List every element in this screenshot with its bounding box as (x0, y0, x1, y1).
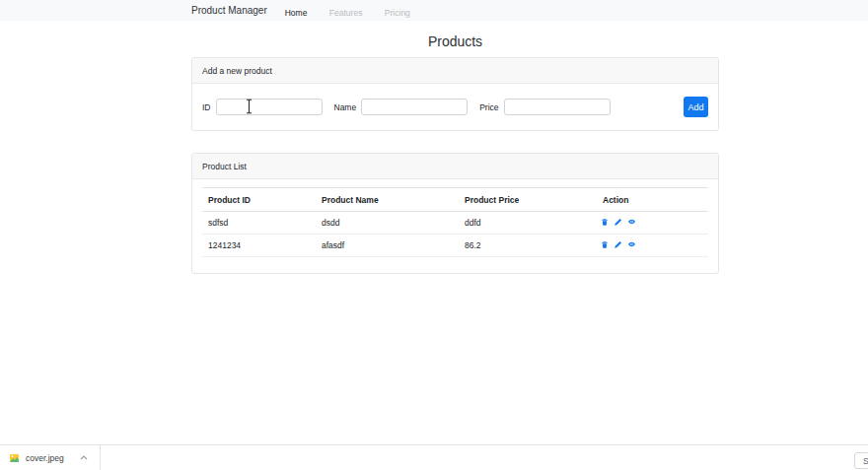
name-input[interactable] (361, 99, 468, 115)
pencil-icon[interactable] (614, 218, 622, 227)
add-button[interactable]: Add (684, 97, 708, 117)
main-content: Products Add a new product ID Name Price… (191, 21, 719, 274)
product-table-wrap: Product ID Product Name Product Price Ac… (192, 179, 718, 273)
download-item[interactable]: cover.jpeg (0, 445, 100, 470)
row-action-group (601, 240, 636, 249)
product-list-card-header: Product List (192, 154, 718, 179)
navbar-brand-label: Product Manager (191, 5, 267, 16)
cell-actions (597, 212, 708, 235)
name-label: Name (334, 102, 357, 112)
column-header-product-name: Product Name (316, 188, 459, 212)
product-list-card: Product List Product ID Product Name Pro… (191, 153, 719, 274)
cell-product-name: dsdd (316, 212, 459, 235)
cell-product-id: 1241234 (202, 235, 316, 257)
cell-product-id: sdfsd (202, 212, 316, 235)
add-product-form: ID Name Price Add (192, 84, 718, 130)
price-input[interactable] (504, 99, 611, 115)
nav-link-home[interactable]: Home (276, 8, 317, 18)
price-label: Price (479, 102, 498, 112)
nav-link-pricing[interactable]: Pricing (376, 8, 419, 18)
cell-product-price: 86.2 (459, 235, 597, 257)
row-action-group (601, 218, 636, 227)
product-table: Product ID Product Name Product Price Ac… (202, 187, 708, 257)
column-header-action: Action (597, 188, 708, 212)
column-header-product-id: Product ID (202, 188, 316, 212)
page-title: Products (191, 34, 719, 49)
download-bar: cover.jpeg Show all (0, 444, 868, 470)
navbar: Product Manager Home Features Pricing (0, 0, 868, 21)
add-product-card: Add a new product ID Name Price Add (191, 57, 719, 131)
add-product-card-header: Add a new product (192, 58, 718, 84)
download-filename: cover.jpeg (26, 453, 64, 463)
trash-icon[interactable] (601, 218, 609, 227)
eye-icon[interactable] (627, 240, 636, 248)
eye-icon[interactable] (627, 218, 636, 226)
nav-link-features[interactable]: Features (321, 8, 372, 18)
image-file-icon (10, 454, 19, 462)
cell-actions (597, 235, 708, 257)
download-bar-divider (100, 445, 101, 470)
show-all-downloads-button[interactable]: Show all (854, 452, 868, 469)
table-header-row: Product ID Product Name Product Price Ac… (202, 188, 708, 212)
column-header-product-price: Product Price (459, 188, 597, 212)
table-row: 1241234 afasdf 86.2 (202, 235, 708, 257)
trash-icon[interactable] (601, 240, 609, 249)
id-label: ID (202, 102, 211, 112)
cell-product-name: afasdf (316, 235, 459, 257)
chevron-up-icon[interactable] (80, 455, 88, 460)
cell-product-price: ddfd (459, 212, 597, 235)
table-row: sdfsd dsdd ddfd (202, 212, 708, 235)
navbar-brand[interactable]: Product Manager (191, 5, 267, 16)
navbar-links: Home Features Pricing (276, 2, 419, 20)
pencil-icon[interactable] (614, 240, 622, 249)
id-input[interactable] (216, 99, 323, 115)
